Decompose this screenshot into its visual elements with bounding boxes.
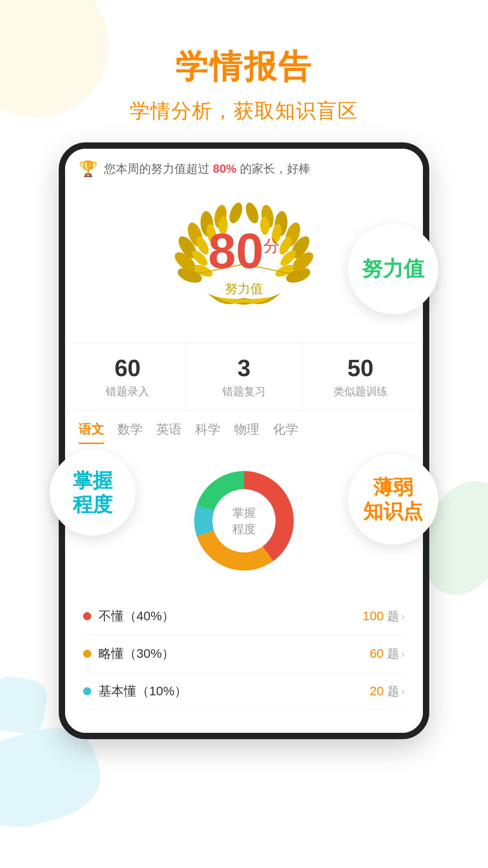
- bubble-mastery: 掌握 程度: [50, 450, 136, 536]
- legend-list: 不懂（40%） 100 题 › 略懂（30%） 60 题 › 基本懂（10%） …: [65, 593, 423, 719]
- legend-item[interactable]: 基本懂（10%） 20 题 ›: [83, 673, 405, 710]
- score-label: 努力值: [208, 280, 280, 297]
- stat-label: 错题复习: [191, 384, 298, 399]
- subject-tab-科学[interactable]: 科学: [195, 421, 221, 444]
- svg-point-6: [227, 201, 245, 225]
- stat-number: 50: [307, 354, 414, 382]
- trophy-icon: 🏆: [79, 160, 98, 178]
- donut-container: 掌握 程度: [181, 458, 307, 584]
- score-number: 80: [208, 223, 263, 278]
- header: 学情报告 学情分析，获取知识盲区: [0, 0, 488, 142]
- legend-arrow: ›: [401, 647, 405, 661]
- stat-item: 60错题录入: [70, 344, 186, 410]
- score-center: 80分 努力值: [208, 226, 280, 297]
- legend-count: 20: [370, 684, 384, 698]
- score-unit: 分: [263, 235, 280, 257]
- bubble-effort: 努力值: [348, 224, 438, 314]
- legend-arrow: ›: [401, 684, 405, 698]
- phone-wrapper: 努力值 掌握 程度 薄弱 知识点 🏆 您本周的努力值超过: [0, 142, 488, 739]
- page-title: 学情报告: [0, 45, 488, 89]
- page-subtitle: 学情分析，获取知识盲区: [0, 98, 488, 124]
- notif-highlight: 80%: [213, 162, 236, 175]
- stat-label: 错题录入: [74, 384, 181, 399]
- legend-unit: 题: [387, 609, 399, 624]
- stat-item: 3错题复习: [186, 344, 303, 410]
- bubble-weak: 薄弱 知识点: [348, 454, 438, 545]
- legend-label: 基本懂（10%）: [99, 683, 370, 700]
- subject-tabs[interactable]: 语文数学英语科学物理化学: [65, 410, 423, 444]
- subject-tab-英语[interactable]: 英语: [156, 421, 182, 444]
- subject-tab-化学[interactable]: 化学: [273, 421, 298, 444]
- bubble-mastery-text: 掌握 程度: [73, 469, 113, 517]
- legend-dot: [83, 650, 91, 658]
- stats-row: 60错题录入3错题复习50类似题训练: [70, 343, 418, 410]
- stat-item: 50类似题训练: [302, 344, 418, 410]
- stat-number: 60: [74, 354, 181, 382]
- notification-bar: 🏆 您本周的努力值超过 80% 的家长，好棒: [65, 149, 423, 185]
- laurel-wrapper: 80分 努力值: [167, 198, 321, 334]
- legend-dot: [83, 612, 91, 620]
- notification-text: 您本周的努力值超过 80% 的家长，好棒: [104, 161, 310, 177]
- legend-label: 不懂（40%）: [99, 608, 363, 625]
- legend-item[interactable]: 略懂（30%） 60 题 ›: [83, 635, 405, 673]
- legend-item[interactable]: 不懂（40%） 100 题 ›: [83, 598, 405, 635]
- legend-unit: 题: [387, 646, 399, 662]
- donut-center-label: 掌握 程度: [232, 505, 256, 538]
- subject-tab-语文[interactable]: 语文: [79, 421, 104, 444]
- legend-count: 100: [363, 609, 384, 623]
- legend-label: 略懂（30%）: [99, 645, 370, 662]
- legend-count: 60: [370, 646, 384, 661]
- legend-unit: 题: [387, 684, 399, 699]
- subject-tab-数学[interactable]: 数学: [117, 421, 143, 444]
- legend-arrow: ›: [401, 609, 405, 623]
- bubble-weak-text: 薄弱 知识点: [363, 476, 423, 524]
- bubble-effort-text: 努力值: [362, 256, 424, 281]
- subject-tab-物理[interactable]: 物理: [234, 421, 259, 444]
- legend-dot: [83, 687, 91, 695]
- stat-number: 3: [191, 354, 298, 382]
- stat-label: 类似题训练: [307, 384, 414, 399]
- svg-point-18: [244, 201, 261, 225]
